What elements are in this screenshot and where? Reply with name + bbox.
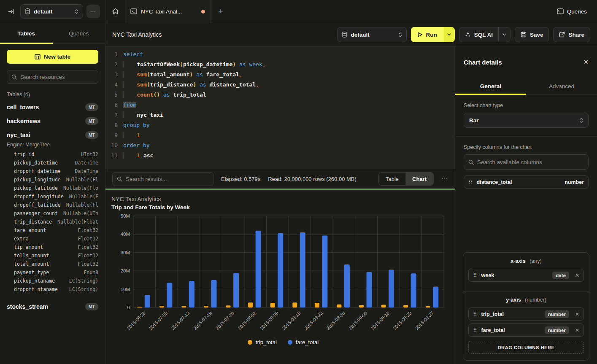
database-selector[interactable]: default xyxy=(20,4,83,19)
bar-fare-total xyxy=(278,233,283,307)
workspace: 1234567891011 select toStartOfWeek(picku… xyxy=(105,46,455,364)
table-row[interactable]: nyc_taxi MT xyxy=(0,128,105,142)
sql-ai-options-button[interactable] xyxy=(498,27,510,42)
legend-item-fare_total[interactable]: fare_total xyxy=(288,339,319,345)
line-number: 4 xyxy=(105,80,118,90)
new-table-button[interactable]: New table xyxy=(7,50,98,64)
code-line: order by xyxy=(123,140,455,151)
chart-type-label: Select chart type xyxy=(464,102,589,108)
chart-type-select[interactable]: Bar xyxy=(464,113,589,128)
table-row[interactable]: cell_towers MT xyxy=(0,100,105,114)
new-tab-button[interactable]: + xyxy=(211,0,231,23)
line-number: 8 xyxy=(105,120,118,130)
table-row[interactable]: stocks_stream MT xyxy=(0,299,105,313)
drag-handle-icon[interactable]: ⠿ xyxy=(473,311,477,317)
view-toggle-chart[interactable]: Chart xyxy=(405,173,433,185)
drag-handle-icon[interactable]: ⠿ xyxy=(468,179,473,185)
view-toggle-table[interactable]: Table xyxy=(379,173,405,185)
sidebar-header: default ⋯ xyxy=(0,0,105,23)
bar-fare-total xyxy=(344,264,350,307)
legend-item-trip_total[interactable]: trip_total xyxy=(248,339,277,345)
column-name: tip_amount xyxy=(14,244,43,250)
column-row[interactable]: trip_id UInt32 xyxy=(0,150,105,159)
resources-search-input[interactable] xyxy=(20,74,95,80)
bar-trip-total xyxy=(159,306,164,307)
column-row[interactable]: total_amount Float32 xyxy=(0,260,105,268)
drag-handle-icon[interactable]: ⠿ xyxy=(473,272,477,278)
collapse-sidebar-button[interactable] xyxy=(5,5,17,17)
column-name: payment_type xyxy=(14,270,49,275)
results-search-input[interactable] xyxy=(126,176,209,182)
database-icon xyxy=(342,32,347,38)
column-chip-trip_total[interactable]: ⠿ trip_totalnumber ✕ xyxy=(468,307,584,321)
chip-column-name: fare_total xyxy=(481,327,540,333)
chip-type-badge: date xyxy=(552,272,569,279)
code-line: from xyxy=(123,100,455,110)
column-row[interactable]: pickup_longitude Nullable(Fl xyxy=(0,175,105,184)
panel-tab-general[interactable]: General xyxy=(455,78,526,94)
column-row[interactable]: pickup_ntaname LC(String) xyxy=(0,277,105,285)
panel-tab-advanced[interactable]: Advanced xyxy=(526,78,597,94)
chip-remove-icon[interactable]: ✕ xyxy=(575,272,579,278)
svg-text:40M: 40M xyxy=(121,232,130,237)
share-button[interactable]: Share xyxy=(553,27,590,42)
column-name: pickup_datetime xyxy=(14,160,58,166)
column-row[interactable]: pickup_datetime DateTime xyxy=(0,159,105,167)
bar-fare-total xyxy=(322,235,327,307)
code-line: 1 xyxy=(123,130,455,140)
results-bar: Elapsed: 0.579s Read: 20,000,000 rows (2… xyxy=(105,169,455,189)
line-number: 6 xyxy=(105,100,118,110)
run-options-button[interactable] xyxy=(444,27,455,42)
editor-code[interactable]: select toStartOfWeek(pickup_datetime) as… xyxy=(123,49,455,169)
resources-search xyxy=(7,70,98,84)
svg-text:2015-07-19: 2015-07-19 xyxy=(192,310,213,331)
sql-ai-button[interactable]: SQL AI xyxy=(459,32,498,38)
table-row[interactable]: hackernews MT xyxy=(0,114,105,128)
bar-chart[interactable]: 010M20M30M40M50M2015-06-282015-07-052015… xyxy=(111,212,455,337)
updown-chevron-icon xyxy=(75,9,78,14)
column-row[interactable]: payment_type Enum8 xyxy=(0,268,105,277)
results-more-button[interactable]: ⋯ xyxy=(441,175,448,183)
legend-label: trip_total xyxy=(256,339,277,345)
sidebar-more-button[interactable]: ⋯ xyxy=(86,5,100,18)
chip-remove-icon[interactable]: ✕ xyxy=(575,311,579,317)
column-row[interactable]: trip_distance Nullable(Float xyxy=(0,218,105,226)
queries-button[interactable]: Queries xyxy=(557,8,587,15)
column-row[interactable]: tip_amount Float32 xyxy=(0,243,105,251)
plus-icon: + xyxy=(219,7,223,16)
column-row[interactable]: dropoff_ntaname LC(String) xyxy=(0,285,105,294)
column-row[interactable]: passenger_count Nullable(UIn xyxy=(0,209,105,218)
panel-tabs: General Advanced xyxy=(455,78,597,95)
bar-fare-total xyxy=(189,281,194,307)
column-chip-distance_total[interactable]: ⠿ distance_totalnumber xyxy=(464,175,589,189)
column-row[interactable]: extra Float32 xyxy=(0,235,105,243)
sidebar-tab-tables[interactable]: Tables xyxy=(0,23,53,43)
column-row[interactable]: tolls_amount Float32 xyxy=(0,251,105,260)
sql-editor[interactable]: 1234567891011 select toStartOfWeek(picku… xyxy=(105,46,455,169)
columns-search-input[interactable] xyxy=(477,159,584,165)
results-search xyxy=(112,172,213,186)
query-tab-title: NYC Taxi Anal... xyxy=(141,8,197,15)
drag-handle-icon[interactable]: ⠿ xyxy=(473,327,477,333)
column-row[interactable]: dropoff_datetime DateTime xyxy=(0,167,105,175)
chip-remove-icon[interactable]: ✕ xyxy=(575,327,579,333)
close-icon[interactable]: ✕ xyxy=(583,58,589,66)
home-button[interactable] xyxy=(105,0,125,23)
chip-column-name: distance_total xyxy=(477,179,561,185)
column-row[interactable]: dropoff_latitude Nullable(Fl xyxy=(0,201,105,209)
sidebar-tab-queries[interactable]: Queries xyxy=(53,23,105,43)
bar-fare-total xyxy=(300,232,305,307)
column-row[interactable]: pickup_latitude Nullable(Flo xyxy=(0,184,105,192)
query-tab-nyc-taxi[interactable]: NYC Taxi Anal... xyxy=(125,0,211,23)
bar-fare-total xyxy=(145,295,150,308)
column-chip-fare_total[interactable]: ⠿ fare_totalnumber ✕ xyxy=(468,324,584,337)
save-button[interactable]: Save xyxy=(515,27,549,42)
column-row[interactable]: dropoff_longitude Nullable(F xyxy=(0,192,105,201)
chevron-down-icon xyxy=(447,33,451,36)
toolbar-database-selector[interactable]: default xyxy=(337,27,407,42)
drag-columns-drop-zone[interactable]: DRAG COLUMNS HERE xyxy=(468,341,584,354)
run-button[interactable]: Run xyxy=(411,27,443,42)
column-row[interactable]: fare_amount Float32 xyxy=(0,226,105,235)
line-number: 9 xyxy=(105,130,118,140)
column-chip-week[interactable]: ⠿ weekdate ✕ xyxy=(468,269,584,282)
